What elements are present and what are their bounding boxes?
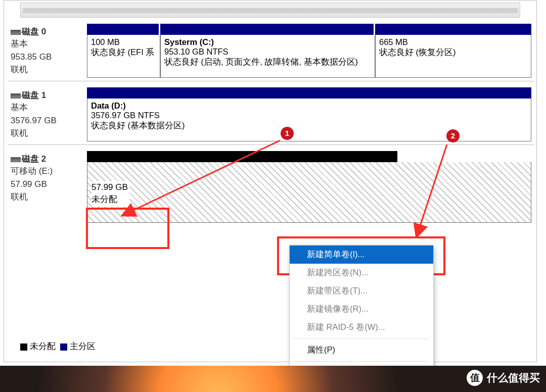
svg-line-1 (420, 144, 447, 227)
menu-separator (294, 361, 429, 362)
watermark-icon: 值 (467, 370, 483, 386)
watermark: 值 什么值得买 (467, 370, 540, 386)
watermark-text: 什么值得买 (487, 371, 540, 385)
menu-new-spanned-volume[interactable]: 新建跨区卷(N)... (290, 264, 433, 282)
menu-new-raid5-volume[interactable]: 新建 RAID-5 卷(W)... (290, 318, 433, 336)
menu-separator (294, 338, 429, 339)
menu-new-simple-volume[interactable]: 新建简单卷(I)... (290, 246, 433, 264)
annotation-arrow-1 (0, 0, 546, 392)
menu-new-mirror-volume[interactable]: 新建镜像卷(R)... (290, 300, 433, 318)
context-menu: 新建简单卷(I)... 新建跨区卷(N)... 新建带区卷(T)... 新建镜像… (289, 245, 434, 382)
menu-properties[interactable]: 属性(P) (290, 341, 433, 359)
menu-new-striped-volume[interactable]: 新建带区卷(T)... (290, 282, 433, 300)
decorative-strip: 值 什么值得买 (0, 366, 546, 392)
svg-line-0 (131, 140, 280, 211)
